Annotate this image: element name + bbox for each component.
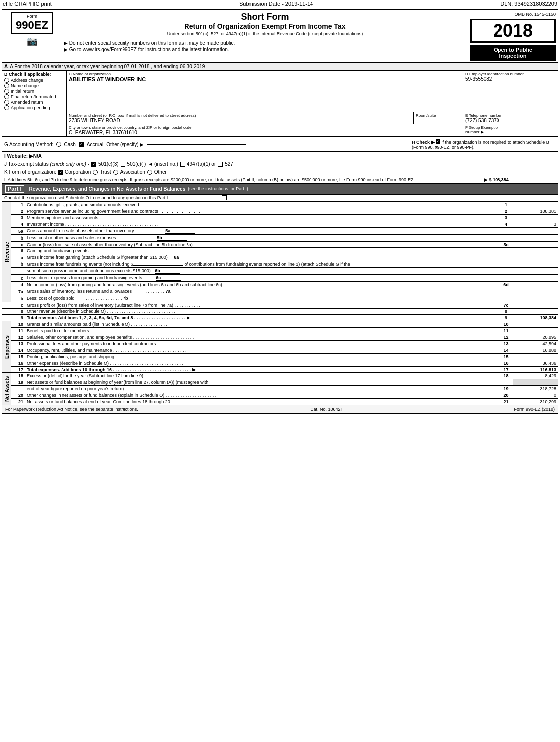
row-desc-6a: Gross income from gaming (attach Schedul… [25,254,499,261]
value-9: 108,384 [513,315,558,321]
table-row: 11 Benefits paid to or for members . . .… [2,328,558,334]
calendar-year-row: A A For the 2018 calendar year, or tax y… [2,63,558,71]
other-radio[interactable] [147,170,152,175]
website-row: I Website: ▶N/A [2,152,558,160]
501c-checkbox[interactable] [121,162,125,167]
row-desc-19a: Net assets or fund balances at beginning… [25,379,499,386]
line-ref-13: 13 [499,341,513,347]
table-row: c Less: direct expenses from gaming and … [2,275,558,282]
footer-left: For Paperwork Reduction Act Notice, see … [5,407,138,412]
row-num-7a: 7a [11,288,25,295]
group-exempt-field: F Group Exemption Number ▶ [463,124,558,136]
row-num-7c: c [11,302,25,309]
table-row: 14 Occupancy, rent, utilities, and maint… [2,347,558,354]
phone-field: E Telephone number (727) 538-7370 [463,112,558,124]
row-desc-9: Total revenue. Add lines 1, 2, 3, 4, 5c,… [25,315,499,321]
input-5a[interactable]: 5a [165,228,195,234]
org-name-value: ABILITIES AT WINDOVER INC [69,76,461,82]
amended-return-radio[interactable] [4,100,9,105]
table-row: 19 Net assets or fund balances at beginn… [2,379,558,386]
line-ref-7a [499,288,513,295]
row-desc-14: Occupancy, rent, utilities, and maintena… [25,347,499,354]
form-label: Form [16,14,48,19]
line-ref-19b: 19 [499,386,513,392]
header-center: Short Form Return of Organization Exempt… [62,10,468,62]
cash-radio[interactable] [56,142,61,147]
row-num-16: 16 [11,360,25,367]
corp-checkbox[interactable] [58,170,63,175]
value-20: 0 [513,392,558,399]
value-6c [513,275,558,282]
row-num-1: 1 [11,202,25,208]
table-row: b Less: cost of goods sold . . . . . . .… [2,295,558,302]
value-6b1 [513,261,558,268]
fundraising-blank[interactable] [133,265,183,266]
corp-label: Corporation [65,169,91,175]
under-section: Under section 501(c), 527, or 4947(a)(1)… [64,31,466,36]
application-pending-item: Application pending [4,105,64,110]
row-desc-7c: Gross profit or (loss) from sales of inv… [25,302,499,309]
value-15 [513,354,558,360]
line-ref-9: 9 [499,315,513,321]
value-7c [513,302,558,309]
name-change-radio[interactable] [4,83,9,88]
schedule-o-checkbox[interactable] [222,195,227,200]
line-ref-11: 11 [499,328,513,334]
value-18: -8,429 [513,373,558,379]
table-row: c Gross profit or (loss) from sales of i… [2,302,558,309]
row-num-3: 3 [11,215,25,221]
row-num-4: 4 [11,221,25,228]
accrual-checkbox[interactable] [79,142,84,147]
row-desc-16: Other expenses (describe in Schedule O) … [25,360,499,367]
name-change-label: Name change [11,83,39,88]
line-ref-12: 12 [499,334,513,341]
row-num-9: 9 [11,315,25,321]
city-row: City or town, state or province, country… [2,124,558,137]
revenue-sidebar-end [2,302,11,309]
line-ref-6 [499,248,513,254]
row-num-18: 18 [11,373,25,379]
table-row: 6 Gaming and fundraising events [2,248,558,254]
table-row: 20 Other changes in net assets or fund b… [2,392,558,399]
line-ref-8: 8 [499,309,513,315]
phone-label: E Telephone number [465,113,556,118]
value-6a [513,254,558,261]
name-change-item: Name change [4,83,64,88]
row-desc-5c: Gain or (loss) from sale of assets other… [25,242,499,248]
4947-label: 4947(a)(1) or [187,161,216,167]
4947-checkbox[interactable] [180,162,185,167]
input-6a[interactable]: 6a [174,255,203,260]
application-pending-radio[interactable] [4,105,9,110]
assoc-radio[interactable] [113,170,118,175]
part-i-subtitle: (see the instructions for Part I) [188,186,248,191]
row-desc-10: Grants and similar amounts paid (list in… [25,321,499,328]
value-8 [513,309,558,315]
line-ref-14: 14 [499,347,513,354]
check-h-box[interactable] [436,139,440,144]
value-21: 310,299 [513,399,558,405]
line-ref-6b1 [499,261,513,268]
501c3-checkbox[interactable] [91,162,96,167]
section-a-label: A [4,64,8,69]
address-change-radio[interactable] [4,78,9,83]
insert-no: ◄ (insert no.) [148,161,178,167]
527-checkbox[interactable] [218,162,223,167]
city-field: City or town, state or province, country… [67,124,463,136]
value-7b [513,295,558,302]
input-7a[interactable]: 7a [165,289,190,294]
final-return-radio[interactable] [4,94,9,99]
line-ref-2: 2 [499,208,513,215]
part-i-title: Revenue, Expenses, and Changes in Net As… [29,186,186,192]
trust-radio[interactable] [93,170,98,175]
line-ref-5a [499,228,513,235]
input-5b[interactable]: 5b [157,235,187,241]
table-row: sum of such gross income and contributio… [2,268,558,275]
row-desc-4: Investment income . . . . . . . . . . . … [25,221,499,228]
line-ref-19a [499,379,513,386]
input-6c[interactable]: 6c [156,275,181,281]
input-7b[interactable]: 7b [123,296,148,301]
initial-return-radio[interactable] [4,89,9,94]
accounting-right: H Check ▶ if the organization is not req… [412,139,556,150]
line-ref-5b [499,235,513,242]
input-6b[interactable]: 6b [155,268,180,274]
